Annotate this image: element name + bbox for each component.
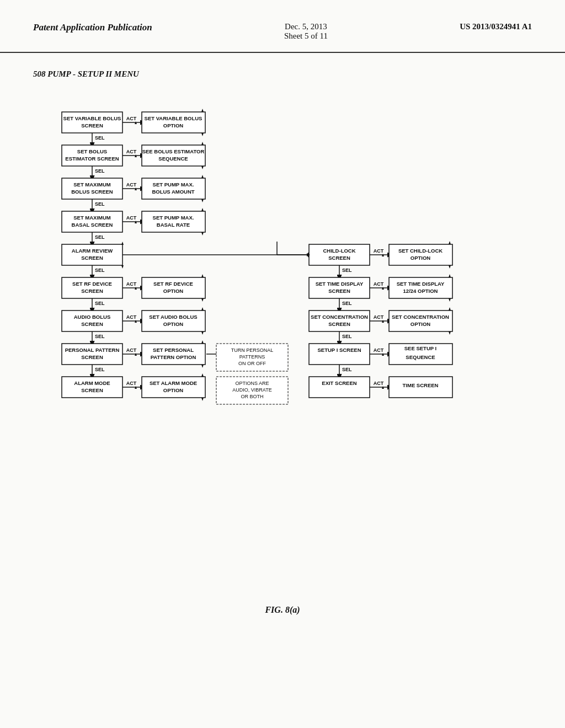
svg-text:OPTIONS ARE: OPTIONS ARE <box>235 381 269 386</box>
svg-marker-86 <box>201 307 204 311</box>
svg-text:ACT: ACT <box>374 281 384 287</box>
svg-marker-41 <box>201 199 204 202</box>
svg-text:SET MAXIMUM: SET MAXIMUM <box>73 215 111 221</box>
figure-label: FIG. 8(a) <box>33 605 532 615</box>
svg-text:12/24 OPTION: 12/24 OPTION <box>403 288 438 294</box>
svg-text:ACT: ACT <box>126 182 137 188</box>
svg-text:SETUP I SCREEN: SETUP I SCREEN <box>317 347 361 353</box>
box-exit-screen: EXIT SCREEN <box>309 377 370 398</box>
svg-text:SEL: SEL <box>342 301 352 306</box>
svg-text:SCREEN: SCREEN <box>328 321 350 327</box>
svg-marker-137 <box>449 274 451 277</box>
box-time-screen: TIME SCREEN <box>389 377 452 398</box>
svg-text:CHILD-LOCK: CHILD-LOCK <box>323 248 355 254</box>
flowchart: .box rect { fill: white; stroke: #111; s… <box>45 95 520 594</box>
box-personal-pattern-screen: PERSONAL PATTERN SCREEN <box>62 344 122 365</box>
svg-text:ALARM REVIEW: ALARM REVIEW <box>72 248 113 254</box>
publication-number: US 2013/0324941 A1 <box>460 22 532 31</box>
box-set-pump-max-bolus-amount: SET PUMP MAX. BOLUS AMOUNT <box>142 178 205 199</box>
svg-text:ACT: ACT <box>374 314 384 320</box>
svg-marker-125 <box>449 265 451 269</box>
svg-text:ACT: ACT <box>126 116 137 121</box>
svg-marker-27 <box>201 142 204 145</box>
svg-text:ACT: ACT <box>374 381 384 386</box>
box-set-concentration-screen: SET CONCENTRATION SCREEN <box>309 311 370 331</box>
svg-text:EXIT SCREEN: EXIT SCREEN <box>322 380 356 386</box>
svg-marker-14 <box>201 109 204 112</box>
svg-text:BASAL RATE: BASAL RATE <box>157 222 190 228</box>
svg-text:TIME SCREEN: TIME SCREEN <box>403 382 439 388</box>
svg-text:SET ALARM MODE: SET ALARM MODE <box>150 380 197 386</box>
box-set-bolus-estimator-screen: SET BOLUS ESTIMATOR SCREEN <box>62 145 122 166</box>
svg-text:SCREEN: SCREEN <box>81 387 103 393</box>
box-set-alarm-mode-option: SET ALARM MODE OPTION <box>142 377 205 398</box>
svg-marker-61 <box>121 265 124 269</box>
box-see-bolus-estimator-sequence: SEE BOLUS ESTIMATOR SEQUENCE <box>142 145 205 166</box>
box-child-lock-screen: CHILD-LOCK SCREEN <box>309 244 370 265</box>
box-audio-bolus-screen: AUDIO BOLUS SCREEN <box>62 311 122 331</box>
svg-text:AUDIO BOLUS: AUDIO BOLUS <box>74 314 111 320</box>
svg-text:SET VARIABLE BOLUS: SET VARIABLE BOLUS <box>63 115 121 121</box>
svg-text:BOLUS AMOUNT: BOLUS AMOUNT <box>152 189 194 195</box>
diagram-area: 508 PUMP - SETUP II MENU <box>0 58 565 626</box>
svg-text:OPTION: OPTION <box>411 255 431 261</box>
box-set-child-lock-option: SET CHILD-LOCK OPTION <box>389 244 452 265</box>
publication-title: Patent Application Publication <box>33 22 152 33</box>
svg-text:SCREEN: SCREEN <box>81 122 103 129</box>
svg-text:SCREEN: SCREEN <box>81 354 103 360</box>
svg-marker-28 <box>201 166 204 169</box>
svg-text:OPTION: OPTION <box>163 387 184 393</box>
svg-text:SEE SETUP I: SEE SETUP I <box>404 345 436 351</box>
svg-text:SET TIME DISPLAY: SET TIME DISPLAY <box>397 281 445 287</box>
box-set-variable-bolus-screen: SET VARIABLE BOLUS SCREEN <box>62 112 122 133</box>
svg-text:SCREEN: SCREEN <box>81 255 103 261</box>
svg-text:OPTION: OPTION <box>411 321 431 327</box>
svg-marker-100 <box>201 365 204 368</box>
svg-text:SCREEN: SCREEN <box>81 321 103 327</box>
svg-text:SET RF DEVICE: SET RF DEVICE <box>72 281 112 287</box>
flowchart-svg: .box rect { fill: white; stroke: #111; s… <box>45 95 520 592</box>
svg-marker-150 <box>449 307 451 311</box>
box-alarm-review-screen: ALARM REVIEW SCREEN <box>62 244 122 265</box>
svg-text:SET CONCENTRATION: SET CONCENTRATION <box>311 314 368 320</box>
svg-marker-73 <box>201 274 204 277</box>
svg-text:SEL: SEL <box>95 334 105 339</box>
svg-text:SET CHILD-LOCK: SET CHILD-LOCK <box>398 248 443 254</box>
svg-text:SET PUMP MAX.: SET PUMP MAX. <box>153 181 194 188</box>
svg-text:ACT: ACT <box>126 149 137 154</box>
page-header: Patent Application Publication Dec. 5, 2… <box>0 0 565 53</box>
box-setup-i-screen: SETUP I SCREEN <box>309 344 370 365</box>
box-alarm-mode-screen: ALARM MODE SCREEN <box>62 377 122 398</box>
svg-text:SEL: SEL <box>95 168 105 174</box>
svg-text:ACT: ACT <box>126 314 137 320</box>
svg-text:SEQUENCE: SEQUENCE <box>158 156 188 162</box>
svg-text:SCREEN: SCREEN <box>81 288 103 294</box>
svg-text:ALARM MODE: ALARM MODE <box>74 380 110 386</box>
svg-marker-54 <box>201 232 204 235</box>
box-set-time-display-screen: SET TIME DISPLAY SCREEN <box>309 277 370 298</box>
box-set-variable-bolus-option: SET VARIABLE BOLUS OPTION <box>142 112 205 133</box>
svg-text:OR BOTH: OR BOTH <box>241 394 263 399</box>
svg-text:SEL: SEL <box>95 234 105 240</box>
svg-text:SEL: SEL <box>95 267 105 273</box>
svg-text:OPTION: OPTION <box>163 288 184 294</box>
svg-text:SET BOLUS: SET BOLUS <box>77 148 107 154</box>
svg-marker-151 <box>449 331 451 335</box>
svg-text:ON OR OFF: ON OR OFF <box>238 361 266 366</box>
svg-text:AUDIO, VIBRATE: AUDIO, VIBRATE <box>232 387 271 393</box>
box-set-audio-bolus-option: SET AUDIO BOLUS OPTION <box>142 311 205 331</box>
svg-text:OPTION: OPTION <box>163 321 184 327</box>
box-set-pump-max-basal-rate: SET PUMP MAX. BASAL RATE <box>142 211 205 232</box>
box-set-rf-device-screen: SET RF DEVICE SCREEN <box>62 277 122 298</box>
svg-marker-138 <box>449 298 451 302</box>
svg-text:ACT: ACT <box>126 381 137 386</box>
svg-text:SET AUDIO BOLUS: SET AUDIO BOLUS <box>149 314 197 320</box>
svg-text:SET MAXIMUM: SET MAXIMUM <box>73 181 111 188</box>
svg-marker-60 <box>121 242 124 245</box>
svg-text:PATTERNS: PATTERNS <box>239 354 265 360</box>
box-set-maximum-bolus-screen: SET MAXIMUM BOLUS SCREEN <box>62 178 122 199</box>
svg-text:SET PUMP MAX.: SET PUMP MAX. <box>153 215 194 221</box>
svg-text:SEL: SEL <box>342 267 352 273</box>
svg-text:ESTIMATOR SCREEN: ESTIMATOR SCREEN <box>65 156 119 162</box>
svg-marker-112 <box>201 373 204 377</box>
